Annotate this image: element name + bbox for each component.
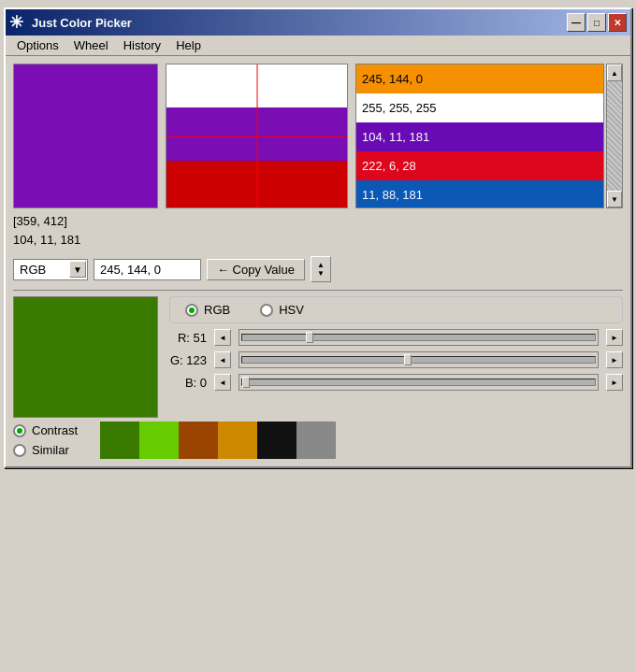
menu-history[interactable]: History xyxy=(116,36,168,54)
history-scrollbar[interactable]: ▲ ▼ xyxy=(606,64,623,208)
controls-row: RGB HSV HEX HSL ▼ ← Copy Value ▲ ▼ xyxy=(13,256,623,282)
scroll-track xyxy=(607,81,622,191)
contrast-radio-option[interactable]: Contrast xyxy=(13,423,78,437)
format-select[interactable]: RGB HSV HEX HSL xyxy=(13,259,88,280)
maximize-button[interactable]: □ xyxy=(587,13,606,32)
color-swatches xyxy=(100,422,336,459)
minimize-button[interactable]: — xyxy=(567,13,585,32)
g-slider-right-button[interactable]: ► xyxy=(606,351,623,368)
rgb-radio-button[interactable] xyxy=(185,304,198,317)
r-slider-row: R: 51 ◄ ► xyxy=(169,329,623,346)
r-slider-track xyxy=(241,334,596,341)
menu-bar: Options Wheel History Help xyxy=(6,36,630,56)
g-slider-track-container[interactable] xyxy=(238,351,599,368)
app-icon: ✳ xyxy=(9,14,26,31)
up-arrow-icon: ▲ xyxy=(317,262,325,269)
history-item[interactable]: 255, 255, 255 xyxy=(356,93,603,122)
b-slider-right-button[interactable]: ► xyxy=(606,374,623,391)
contrast-label: Contrast xyxy=(32,423,78,437)
history-item[interactable]: 245, 144, 0 xyxy=(356,64,603,93)
divider xyxy=(13,290,623,291)
top-section: [359, 412] 104, 11, 181 245, 144, 0255, … xyxy=(13,64,623,249)
contrast-options: Contrast Similar xyxy=(13,423,78,457)
r-slider-track-container[interactable] xyxy=(238,329,599,346)
history-item[interactable]: 104, 11, 181 xyxy=(356,122,603,151)
color-preview-area: [359, 412] 104, 11, 181 xyxy=(13,64,158,249)
scroll-up-button[interactable]: ▲ xyxy=(607,64,622,81)
b-slider-thumb[interactable] xyxy=(242,377,250,388)
format-select-wrapper: RGB HSV HEX HSL ▼ xyxy=(13,259,88,280)
g-slider-thumb[interactable] xyxy=(404,354,412,365)
history-list-container: 245, 144, 0255, 255, 255104, 11, 181222,… xyxy=(355,64,623,208)
similar-radio-button[interactable] xyxy=(13,444,26,457)
hsv-radio-option[interactable]: HSV xyxy=(260,303,304,317)
history-item[interactable]: 222, 6, 28 xyxy=(356,151,603,180)
similar-label: Similar xyxy=(32,443,69,457)
g-slider-label: G: 123 xyxy=(169,353,207,367)
coord-display: [359, 412] xyxy=(13,212,158,231)
up-down-spinner[interactable]: ▲ ▼ xyxy=(311,256,331,282)
close-button[interactable]: ✕ xyxy=(608,13,627,32)
picked-color-area xyxy=(13,296,158,418)
crosshair-box[interactable] xyxy=(166,64,348,208)
menu-help[interactable]: Help xyxy=(168,36,209,54)
color-swatch[interactable] xyxy=(100,422,139,459)
crosshair-vertical xyxy=(256,64,257,207)
color-swatch[interactable] xyxy=(218,422,257,459)
b-slider-label: B: 0 xyxy=(169,376,207,390)
copy-value-button[interactable]: ← Copy Value xyxy=(207,259,305,280)
window-title: Just Color Picker xyxy=(32,16,567,30)
color-swatch[interactable] xyxy=(139,422,179,459)
b-slider-track-container[interactable] xyxy=(238,374,599,391)
scroll-down-button[interactable]: ▼ xyxy=(607,191,622,207)
similar-radio-option[interactable]: Similar xyxy=(13,443,78,457)
bottom-section: RGB HSV R: 51 ◄ ► xyxy=(13,296,623,418)
r-slider-right-button[interactable]: ► xyxy=(606,329,623,346)
color-mode-row: RGB HSV xyxy=(169,296,623,323)
r-slider-thumb[interactable] xyxy=(306,332,313,343)
hsv-radio-button[interactable] xyxy=(260,304,273,317)
color-swatch[interactable] xyxy=(257,422,296,459)
contrast-section: Contrast Similar xyxy=(13,422,623,459)
title-bar: ✳ Just Color Picker — □ ✕ xyxy=(6,9,630,36)
g-slider-left-button[interactable]: ◄ xyxy=(214,351,231,368)
r-slider-left-button[interactable]: ◄ xyxy=(214,329,231,346)
coord-section: [359, 412] 104, 11, 181 xyxy=(13,212,158,249)
main-window: ✳ Just Color Picker — □ ✕ Options Wheel … xyxy=(4,7,632,468)
main-content: [359, 412] 104, 11, 181 245, 144, 0255, … xyxy=(6,56,630,466)
b-slider-row: B: 0 ◄ ► xyxy=(169,374,623,391)
rgb-display: 104, 11, 181 xyxy=(13,231,158,250)
r-slider-label: R: 51 xyxy=(169,331,207,345)
picked-color-box xyxy=(13,296,158,418)
rgb-label: RGB xyxy=(204,303,230,317)
down-arrow-icon: ▼ xyxy=(317,270,325,278)
color-swatch[interactable] xyxy=(296,422,336,459)
b-slider-track xyxy=(241,379,596,386)
history-list: 245, 144, 0255, 255, 255104, 11, 181222,… xyxy=(355,64,604,208)
color-preview-box xyxy=(13,64,158,208)
color-swatch[interactable] xyxy=(179,422,218,459)
value-input[interactable] xyxy=(94,259,201,280)
g-slider-row: G: 123 ◄ ► xyxy=(169,351,623,368)
contrast-radio-button[interactable] xyxy=(13,424,26,437)
hsv-label: HSV xyxy=(279,303,304,317)
menu-wheel[interactable]: Wheel xyxy=(66,36,116,54)
title-buttons: — □ ✕ xyxy=(567,13,627,32)
menu-options[interactable]: Options xyxy=(9,36,66,54)
history-item[interactable]: 11, 88, 181 xyxy=(356,180,603,208)
right-controls: RGB HSV R: 51 ◄ ► xyxy=(169,296,623,418)
rgb-radio-option[interactable]: RGB xyxy=(185,303,230,317)
g-slider-track xyxy=(241,356,596,364)
b-slider-left-button[interactable]: ◄ xyxy=(214,374,231,391)
